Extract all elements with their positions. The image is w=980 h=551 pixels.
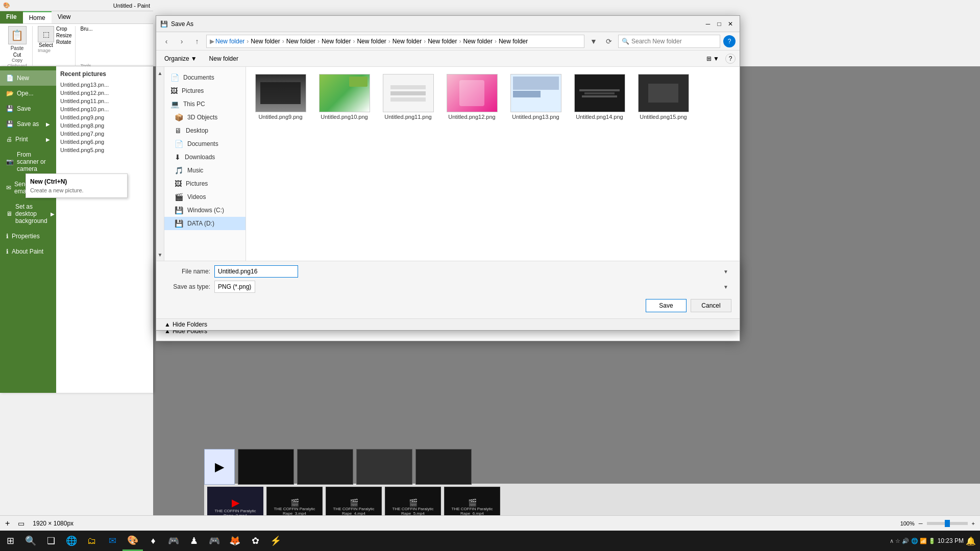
search-input[interactable] [631,38,717,45]
dialog-files-area: Untitled.png9.png Untitled.png10.png [246,67,740,261]
sidebar-item-music[interactable]: 🎵 Music [164,164,246,177]
new-folder-btn[interactable]: New folder [205,54,242,63]
sidebar-item-downloads[interactable]: ⬇ Downloads [164,151,246,164]
scroll-up-arrow[interactable]: ▲ [156,69,164,77]
menu-item-print[interactable]: 🖨 Print ▶ [0,132,56,147]
address-path[interactable]: ▶ New folder › New folder › New folder ›… [206,35,584,48]
start-button[interactable]: ⊞ [0,531,20,551]
recent-item-5[interactable]: Untitled.png8.png [60,121,149,130]
3d-icon: 📦 [175,113,183,121]
forward-btn[interactable]: › [176,35,188,47]
file-label-9: Untitled.png9.png [258,114,302,120]
menu-item-properties[interactable]: ℹ Properties [0,229,56,244]
explorer-icon[interactable]: 🗂 [82,531,102,551]
recent-item-0[interactable]: Untitled.png13.pn... [60,81,149,89]
hide-folders-bar[interactable]: ▲ Hide Folders [156,318,740,330]
dialog-minimize-btn[interactable]: ─ [703,19,713,29]
resize-btn-1[interactable]: Resize [56,33,72,38]
sidebar-item-pictures[interactable]: 🖼 Pictures [164,84,246,97]
scanner-icon: 📷 [6,158,14,165]
zoom-out-btn[interactable]: ─ [919,520,923,527]
new-icon: 📄 [6,74,14,82]
paste-button-1[interactable]: 📋 [8,26,27,44]
sidebar-item-windows-c[interactable]: 💾 Windows (C:) [164,204,246,217]
file-item-11[interactable]: Untitled.png11.png [379,72,437,122]
menu-item-scanner[interactable]: 📷 From scanner or camera [0,147,56,177]
dropbox-icon[interactable]: ♦ [143,531,163,551]
video-mini-2 [297,449,353,485]
sidebar-item-data-d[interactable]: 💾 DATA (D:) [164,217,246,230]
menu-item-desktop[interactable]: 🖥 Set as desktop background ▶ [0,199,56,229]
canvas-tool-icon: ▭ [18,519,24,528]
menu-item-open[interactable]: 📂 Ope... [0,86,56,101]
sidebar-item-documents2[interactable]: 📄 Documents [164,137,246,151]
sidebar-item-videos[interactable]: 🎬 Videos [164,190,246,204]
file-item-12[interactable]: Untitled.png12.png [443,72,501,122]
notification-icon[interactable]: 🔔 [966,536,976,546]
menu-item-new[interactable]: 📄 New [0,70,56,86]
paint-taskbar-icon[interactable]: 🎨 [122,531,143,551]
tab-view-1[interactable]: View [52,11,77,23]
sidebar-item-documents[interactable]: 📄 Documents [164,71,246,84]
path-sep-4: › [353,38,355,45]
file-item-9[interactable]: Untitled.png9.png [251,72,310,122]
scroll-down-arrow[interactable]: ▼ [156,251,164,259]
refresh-btn[interactable]: ⟳ [603,35,615,47]
dialog-maximize-btn[interactable]: □ [714,19,724,29]
info-btn[interactable]: ? [725,54,736,64]
chess-icon[interactable]: ♟ [184,531,204,551]
nvidia-icon[interactable]: ⚡ [265,531,286,551]
file-item-10[interactable]: Untitled.png10.png [315,72,374,122]
recent-item-6[interactable]: Untitled.png7.png [60,130,149,138]
search-taskbar-icon[interactable]: 🔍 [20,531,41,551]
tab-file-1[interactable]: File [0,11,23,23]
up-btn[interactable]: ↑ [191,35,203,47]
recent-item-7[interactable]: Untitled.png6.png [60,138,149,146]
menu-item-about[interactable]: ℹ About Paint [0,244,56,259]
sidebar-item-3d-objects[interactable]: 📦 3D Objects [164,111,246,124]
recent-item-4[interactable]: Untitled.png9.png [60,113,149,121]
brush-btn-1[interactable]: Bru... [81,26,93,32]
firefox-icon[interactable]: 🦊 [225,531,245,551]
menu-item-saveas[interactable]: 💾 Save as ▶ [0,116,56,132]
edge-icon[interactable]: 🌐 [61,531,82,551]
file-item-14[interactable]: Untitled.png14.png [570,72,629,122]
task-view-icon[interactable]: ❑ [41,531,61,551]
extra-icon[interactable]: ✿ [245,531,265,551]
zoom-slider[interactable] [927,522,968,525]
cancel-btn[interactable]: Cancel [691,299,731,312]
recent-item-2[interactable]: Untitled.png11.pn... [60,97,149,105]
organize-btn[interactable]: Organize ▼ [160,54,201,63]
tab-home-1[interactable]: Home [23,11,52,23]
filename-input[interactable] [214,265,298,278]
menu-item-save[interactable]: 💾 Save [0,101,56,116]
filetype-select[interactable]: PNG (*.png) [214,281,255,293]
zoom-in-btn[interactable]: + [972,520,975,527]
rotate-btn-1[interactable]: Rotate [56,39,72,45]
zoom-thumb[interactable] [945,520,950,527]
sidebar-item-desktop[interactable]: 🖥 Desktop [164,124,246,137]
recent-item-3[interactable]: Untitled.png10.pn... [60,105,149,113]
dialog-close-btn[interactable]: ✕ [725,19,736,29]
steam-icon[interactable]: 🎮 [204,531,225,551]
data-d-icon: 💾 [175,219,183,228]
file-label-10: Untitled.png10.png [321,114,368,120]
crop-btn-1[interactable]: Crop [56,26,72,32]
mail-icon[interactable]: ✉ [102,531,122,551]
epic-icon[interactable]: 🎮 [163,531,184,551]
save-btn[interactable]: Save [646,299,687,312]
recent-item-8[interactable]: Untitled.png5.png [60,146,149,154]
recent-item-1[interactable]: Untitled.png12.pn... [60,89,149,97]
sidebar-item-pictures2[interactable]: 🖼 Pictures [164,177,246,190]
help-btn[interactable]: ? [723,35,736,47]
back-btn[interactable]: ‹ [160,35,173,47]
search-box[interactable]: 🔍 [618,35,720,48]
view-btn[interactable]: ⊞ ▼ [702,54,723,63]
file-item-15[interactable]: Untitled.png15.png [634,72,693,122]
add-tab-btn[interactable]: + [5,519,10,528]
cut-label-1[interactable]: Cut [13,52,21,58]
file-item-13[interactable]: Untitled.png13.png [506,72,565,122]
select-btn-1[interactable]: ⬚ [38,26,54,42]
sidebar-item-this-pc[interactable]: 💻 This PC [164,97,246,111]
dropdown-btn[interactable]: ▼ [587,35,600,47]
